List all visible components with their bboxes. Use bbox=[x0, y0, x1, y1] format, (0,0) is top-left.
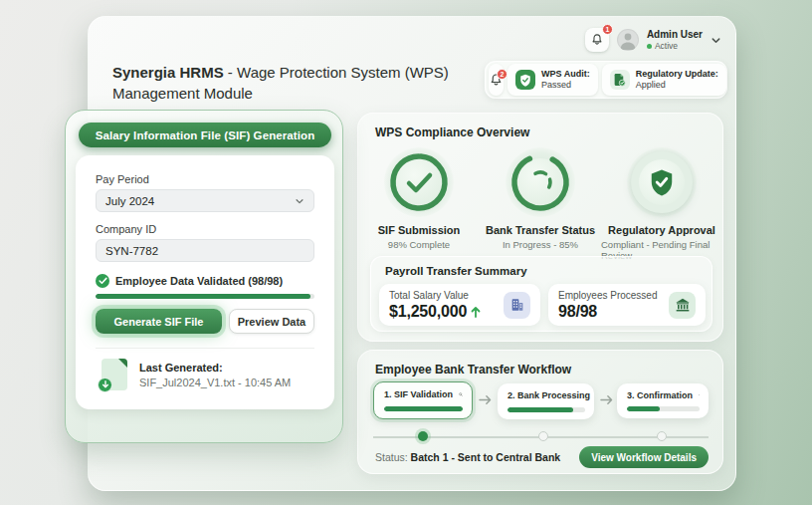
check-circle-icon bbox=[96, 274, 109, 288]
notification-count-badge: 1 bbox=[602, 24, 613, 35]
trend-up-icon bbox=[471, 306, 481, 318]
last-generated-text: Last Generated: SIF_Jul2024_V1.txt - 10:… bbox=[139, 359, 291, 390]
user-silhouette-icon bbox=[617, 29, 639, 51]
timeline-dot-2 bbox=[538, 431, 548, 441]
step-label: 1. SIF Validation bbox=[384, 389, 453, 399]
user-meta: Admin User Active bbox=[647, 29, 703, 51]
last-generated-row: Last Generated: SIF_Jul2024_V1.txt - 10:… bbox=[102, 359, 291, 390]
payroll-summary-title: Payroll Transfer Summary bbox=[385, 265, 527, 277]
download-arrow-icon bbox=[102, 380, 109, 389]
indicator-label: Regulatory Approval bbox=[608, 224, 715, 236]
file-download-icon[interactable] bbox=[102, 359, 127, 390]
bank-icon bbox=[669, 292, 696, 319]
step-progress-track bbox=[627, 406, 700, 411]
status-dot-icon bbox=[647, 44, 652, 49]
timeline-dot-1 bbox=[418, 431, 428, 441]
stat-label: Total Salary Value bbox=[389, 290, 481, 301]
pay-period-value: July 2024 bbox=[105, 195, 154, 207]
sif-panel-header: Salary Information File (SIF) Generation bbox=[79, 123, 331, 147]
stat-label: Employees Processed bbox=[558, 290, 658, 301]
step-progress-track bbox=[508, 407, 585, 412]
stat-total-salary: Total Salary Value $1,250,000 bbox=[379, 284, 540, 326]
indicator-sif-submission: SIF Submission 98% Complete bbox=[358, 147, 480, 261]
regulatory-update-label: Regulatory Update: bbox=[636, 69, 718, 80]
title-line-1: Synergia HRMS - Wage Protection System (… bbox=[112, 62, 449, 83]
chevron-down-icon[interactable] bbox=[710, 35, 721, 46]
handshake-icon bbox=[699, 389, 700, 400]
compliance-overview-card: WPS Compliance Overview SIF Submissio bbox=[357, 113, 723, 342]
last-generated-value: SIF_Jul2024_V1.txt - 10:45 AM bbox=[139, 377, 291, 388]
wps-audit-chip: WPS Audit: Passed bbox=[508, 64, 598, 96]
spinner-icon bbox=[526, 168, 553, 195]
wps-audit-text: WPS Audit: Passed bbox=[541, 69, 590, 91]
step-label: 3. Confirmation bbox=[627, 390, 693, 400]
indicator-bank-transfer: Bank Transfer Status In Progress - 85% bbox=[480, 147, 601, 261]
company-id-input[interactable]: SYN-7782 bbox=[96, 239, 314, 262]
generate-sif-button[interactable]: Generate SIF File bbox=[96, 309, 222, 334]
workflow-title: Employee Bank Transfer Workflow bbox=[375, 363, 571, 377]
validation-progress-fill bbox=[96, 294, 310, 299]
step-progress-fill bbox=[508, 407, 573, 412]
progress-ring-icon bbox=[509, 151, 571, 213]
company-id-label: Company ID bbox=[96, 223, 156, 235]
status-value: Batch 1 - Sent to Central Bank bbox=[411, 451, 561, 463]
stat-value: $1,250,000 bbox=[389, 303, 467, 321]
step-progress-fill bbox=[384, 406, 463, 411]
user-name: Admin User bbox=[647, 29, 703, 40]
user-status-text: Active bbox=[655, 41, 678, 51]
pay-period-label: Pay Period bbox=[96, 173, 149, 185]
document-check-icon bbox=[610, 70, 630, 90]
workflow-step-confirmation[interactable]: 3. Confirmation bbox=[617, 383, 709, 418]
user-status: Active bbox=[647, 41, 703, 51]
workflow-card: Employee Bank Transfer Workflow 1. SIF V… bbox=[357, 350, 723, 474]
sif-generation-panel: Salary Information File (SIF) Generation… bbox=[65, 110, 343, 443]
shield-check-icon bbox=[515, 70, 535, 90]
wps-audit-label: WPS Audit: bbox=[541, 69, 590, 80]
view-workflow-details-button[interactable]: View Workflow Details bbox=[579, 446, 709, 468]
validation-row: Employee Data Validated (98/98) bbox=[96, 274, 283, 288]
indicator-sublabel: In Progress - 85% bbox=[503, 239, 578, 250]
stat-value: 98/98 bbox=[558, 303, 597, 321]
notification-bell-button[interactable]: 1 bbox=[585, 28, 609, 52]
arrow-right-icon bbox=[479, 394, 492, 405]
progress-ring-icon bbox=[388, 151, 450, 213]
regulatory-update-text: Regulatory Update: Applied bbox=[636, 69, 718, 91]
preview-data-button[interactable]: Preview Data bbox=[229, 309, 314, 334]
indicator-glow bbox=[627, 147, 697, 217]
validation-text: Employee Data Validated (98/98) bbox=[115, 275, 283, 287]
alerts-bell-button[interactable]: 2 bbox=[489, 64, 504, 96]
divider bbox=[96, 348, 314, 349]
sif-buttons-row: Generate SIF File Preview Data bbox=[96, 309, 314, 334]
workflow-step-sif-validation[interactable]: 1. SIF Validation bbox=[373, 381, 473, 419]
page-background: 1 Admin User Active Synergia HRMS bbox=[0, 0, 812, 505]
sif-form-card: Pay Period July 2024 Company ID SYN-7782… bbox=[76, 155, 334, 409]
status-label: Status: bbox=[375, 451, 411, 463]
step-progress-track bbox=[384, 406, 463, 411]
compliance-indicators: SIF Submission 98% Complete bbox=[358, 147, 722, 261]
indicator-glow bbox=[384, 147, 454, 217]
timeline-dot-3 bbox=[657, 431, 667, 441]
validation-progress-track bbox=[96, 294, 314, 299]
company-id-value: SYN-7782 bbox=[105, 245, 158, 257]
indicator-sublabel: 98% Complete bbox=[388, 239, 450, 250]
chevron-down-icon bbox=[295, 196, 304, 206]
alerts-count-badge: 2 bbox=[497, 69, 508, 80]
title-line-2: Management Module bbox=[112, 83, 449, 104]
bell-icon bbox=[590, 33, 604, 47]
payroll-summary-card: Payroll Transfer Summary Total Salary Va… bbox=[370, 256, 712, 332]
magnifier-icon bbox=[459, 388, 463, 400]
step-progress-fill bbox=[627, 406, 660, 411]
indicator-label: Bank Transfer Status bbox=[486, 224, 595, 236]
workflow-step-bank-processing[interactable]: 2. Bank Processing bbox=[498, 383, 594, 419]
last-generated-label: Last Generated: bbox=[139, 362, 291, 374]
pay-period-select[interactable]: July 2024 bbox=[96, 189, 314, 212]
page-title: Synergia HRMS - Wage Protection System (… bbox=[112, 62, 449, 104]
status-badge-strip: 2 WPS Audit: Passed bbox=[485, 61, 727, 99]
shield-check-icon bbox=[649, 168, 675, 196]
indicator-glow bbox=[506, 147, 575, 217]
avatar[interactable] bbox=[617, 29, 639, 51]
indicator-circle bbox=[631, 151, 693, 213]
step-label: 2. Bank Processing bbox=[508, 390, 590, 400]
compliance-title: WPS Compliance Overview bbox=[375, 126, 529, 139]
regulatory-update-chip: Regulatory Update: Applied bbox=[602, 64, 726, 96]
